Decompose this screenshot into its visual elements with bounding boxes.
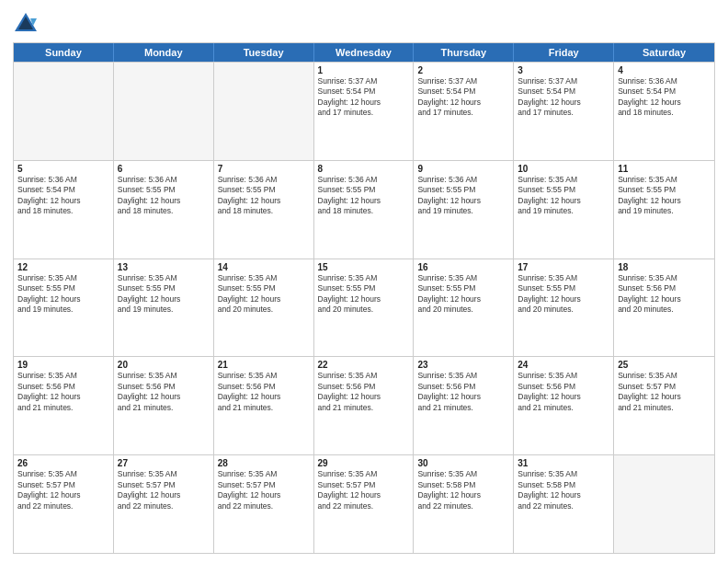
header (13, 11, 715, 37)
day-cell-8: 8Sunrise: 5:36 AM Sunset: 5:55 PM Daylig… (314, 161, 415, 259)
day-info: Sunrise: 5:35 AM Sunset: 5:57 PM Dayligh… (318, 469, 410, 511)
day-cell-16: 16Sunrise: 5:35 AM Sunset: 5:55 PM Dayli… (414, 259, 514, 357)
day-cell-3: 3Sunrise: 5:37 AM Sunset: 5:54 PM Daylig… (514, 63, 614, 160)
day-info: Sunrise: 5:35 AM Sunset: 5:57 PM Dayligh… (17, 469, 109, 511)
day-number: 27 (118, 458, 210, 468)
day-info: Sunrise: 5:36 AM Sunset: 5:55 PM Dayligh… (318, 175, 410, 217)
day-cell-17: 17Sunrise: 5:35 AM Sunset: 5:55 PM Dayli… (514, 259, 614, 357)
weekday-header-sunday: Sunday (14, 43, 114, 62)
day-info: Sunrise: 5:35 AM Sunset: 5:56 PM Dayligh… (417, 371, 509, 413)
day-info: Sunrise: 5:35 AM Sunset: 5:55 PM Dayligh… (518, 273, 609, 316)
day-number: 14 (218, 262, 310, 272)
day-cell-23: 23Sunrise: 5:35 AM Sunset: 5:56 PM Dayli… (414, 357, 514, 454)
day-number: 30 (417, 458, 509, 468)
day-cell-12: 12Sunrise: 5:35 AM Sunset: 5:55 PM Dayli… (14, 259, 114, 357)
day-number: 2 (417, 65, 509, 75)
day-info: Sunrise: 5:35 AM Sunset: 5:55 PM Dayligh… (318, 273, 410, 316)
day-cell-18: 18Sunrise: 5:35 AM Sunset: 5:56 PM Dayli… (614, 259, 714, 357)
day-cell-7: 7Sunrise: 5:36 AM Sunset: 5:55 PM Daylig… (214, 161, 314, 259)
logo-icon (13, 11, 39, 37)
day-cell-31: 31Sunrise: 5:35 AM Sunset: 5:58 PM Dayli… (514, 455, 614, 553)
day-info: Sunrise: 5:35 AM Sunset: 5:57 PM Dayligh… (118, 469, 210, 511)
day-info: Sunrise: 5:35 AM Sunset: 5:58 PM Dayligh… (417, 469, 509, 511)
day-number: 20 (118, 360, 210, 370)
day-info: Sunrise: 5:35 AM Sunset: 5:55 PM Dayligh… (518, 175, 609, 217)
calendar: SundayMondayTuesdayWednesdayThursdayFrid… (13, 42, 715, 554)
weekday-header-tuesday: Tuesday (214, 43, 314, 62)
calendar-row-2: 5Sunrise: 5:36 AM Sunset: 5:54 PM Daylig… (14, 160, 714, 259)
day-number: 28 (218, 458, 310, 468)
weekday-header-saturday: Saturday (614, 43, 714, 62)
day-cell-21: 21Sunrise: 5:35 AM Sunset: 5:56 PM Dayli… (214, 357, 314, 454)
day-number: 3 (518, 65, 609, 75)
day-info: Sunrise: 5:35 AM Sunset: 5:55 PM Dayligh… (218, 273, 310, 316)
day-cell-27: 27Sunrise: 5:35 AM Sunset: 5:57 PM Dayli… (114, 455, 214, 553)
day-number: 21 (218, 360, 310, 370)
day-cell-1: 1Sunrise: 5:37 AM Sunset: 5:54 PM Daylig… (314, 63, 415, 160)
day-info: Sunrise: 5:37 AM Sunset: 5:54 PM Dayligh… (417, 76, 509, 119)
day-number: 17 (518, 262, 609, 272)
empty-cell-0-0 (14, 63, 114, 160)
day-number: 23 (417, 360, 509, 370)
day-cell-10: 10Sunrise: 5:35 AM Sunset: 5:55 PM Dayli… (514, 161, 614, 259)
day-info: Sunrise: 5:36 AM Sunset: 5:55 PM Dayligh… (118, 175, 210, 217)
day-cell-28: 28Sunrise: 5:35 AM Sunset: 5:57 PM Dayli… (214, 455, 314, 553)
calendar-row-5: 26Sunrise: 5:35 AM Sunset: 5:57 PM Dayli… (14, 454, 714, 553)
day-cell-22: 22Sunrise: 5:35 AM Sunset: 5:56 PM Dayli… (314, 357, 415, 454)
day-number: 9 (417, 164, 509, 174)
day-number: 4 (618, 65, 711, 75)
day-info: Sunrise: 5:35 AM Sunset: 5:56 PM Dayligh… (618, 273, 711, 316)
day-info: Sunrise: 5:36 AM Sunset: 5:54 PM Dayligh… (17, 175, 109, 217)
day-cell-26: 26Sunrise: 5:35 AM Sunset: 5:57 PM Dayli… (14, 455, 114, 553)
day-cell-6: 6Sunrise: 5:36 AM Sunset: 5:55 PM Daylig… (114, 161, 214, 259)
day-info: Sunrise: 5:35 AM Sunset: 5:56 PM Dayligh… (318, 371, 410, 413)
day-number: 29 (318, 458, 410, 468)
weekday-header-thursday: Thursday (414, 43, 514, 62)
day-number: 10 (518, 164, 609, 174)
day-cell-15: 15Sunrise: 5:35 AM Sunset: 5:55 PM Dayli… (314, 259, 415, 357)
day-info: Sunrise: 5:35 AM Sunset: 5:57 PM Dayligh… (618, 371, 711, 413)
weekday-header-monday: Monday (114, 43, 214, 62)
day-info: Sunrise: 5:36 AM Sunset: 5:55 PM Dayligh… (417, 175, 509, 217)
day-cell-4: 4Sunrise: 5:36 AM Sunset: 5:54 PM Daylig… (614, 63, 714, 160)
logo (13, 11, 42, 37)
day-number: 11 (618, 164, 711, 174)
day-number: 7 (218, 164, 310, 174)
day-cell-14: 14Sunrise: 5:35 AM Sunset: 5:55 PM Dayli… (214, 259, 314, 357)
day-info: Sunrise: 5:35 AM Sunset: 5:55 PM Dayligh… (118, 273, 210, 316)
day-info: Sunrise: 5:35 AM Sunset: 5:55 PM Dayligh… (417, 273, 509, 316)
calendar-row-1: 1Sunrise: 5:37 AM Sunset: 5:54 PM Daylig… (14, 62, 714, 160)
day-info: Sunrise: 5:37 AM Sunset: 5:54 PM Dayligh… (318, 76, 410, 119)
day-number: 12 (17, 262, 109, 272)
weekday-header-friday: Friday (514, 43, 614, 62)
calendar-body: 1Sunrise: 5:37 AM Sunset: 5:54 PM Daylig… (14, 62, 714, 553)
day-cell-11: 11Sunrise: 5:35 AM Sunset: 5:55 PM Dayli… (614, 161, 714, 259)
day-cell-20: 20Sunrise: 5:35 AM Sunset: 5:56 PM Dayli… (114, 357, 214, 454)
day-info: Sunrise: 5:36 AM Sunset: 5:55 PM Dayligh… (218, 175, 310, 217)
calendar-header: SundayMondayTuesdayWednesdayThursdayFrid… (14, 43, 714, 62)
calendar-row-3: 12Sunrise: 5:35 AM Sunset: 5:55 PM Dayli… (14, 259, 714, 357)
day-number: 26 (17, 458, 109, 468)
day-number: 31 (518, 458, 609, 468)
day-cell-30: 30Sunrise: 5:35 AM Sunset: 5:58 PM Dayli… (414, 455, 514, 553)
day-cell-29: 29Sunrise: 5:35 AM Sunset: 5:57 PM Dayli… (314, 455, 415, 553)
weekday-header-wednesday: Wednesday (314, 43, 415, 62)
day-info: Sunrise: 5:35 AM Sunset: 5:56 PM Dayligh… (17, 371, 109, 413)
day-info: Sunrise: 5:35 AM Sunset: 5:57 PM Dayligh… (218, 469, 310, 511)
day-cell-5: 5Sunrise: 5:36 AM Sunset: 5:54 PM Daylig… (14, 161, 114, 259)
day-cell-9: 9Sunrise: 5:36 AM Sunset: 5:55 PM Daylig… (414, 161, 514, 259)
day-number: 5 (17, 164, 109, 174)
day-number: 24 (518, 360, 609, 370)
calendar-row-4: 19Sunrise: 5:35 AM Sunset: 5:56 PM Dayli… (14, 356, 714, 454)
day-info: Sunrise: 5:35 AM Sunset: 5:56 PM Dayligh… (118, 371, 210, 413)
day-cell-13: 13Sunrise: 5:35 AM Sunset: 5:55 PM Dayli… (114, 259, 214, 357)
day-info: Sunrise: 5:35 AM Sunset: 5:55 PM Dayligh… (618, 175, 711, 217)
day-info: Sunrise: 5:35 AM Sunset: 5:56 PM Dayligh… (518, 371, 609, 413)
day-cell-19: 19Sunrise: 5:35 AM Sunset: 5:56 PM Dayli… (14, 357, 114, 454)
day-cell-2: 2Sunrise: 5:37 AM Sunset: 5:54 PM Daylig… (414, 63, 514, 160)
day-cell-24: 24Sunrise: 5:35 AM Sunset: 5:56 PM Dayli… (514, 357, 614, 454)
day-number: 25 (618, 360, 711, 370)
day-number: 18 (618, 262, 711, 272)
day-number: 19 (17, 360, 109, 370)
empty-cell-4-6 (614, 455, 714, 553)
